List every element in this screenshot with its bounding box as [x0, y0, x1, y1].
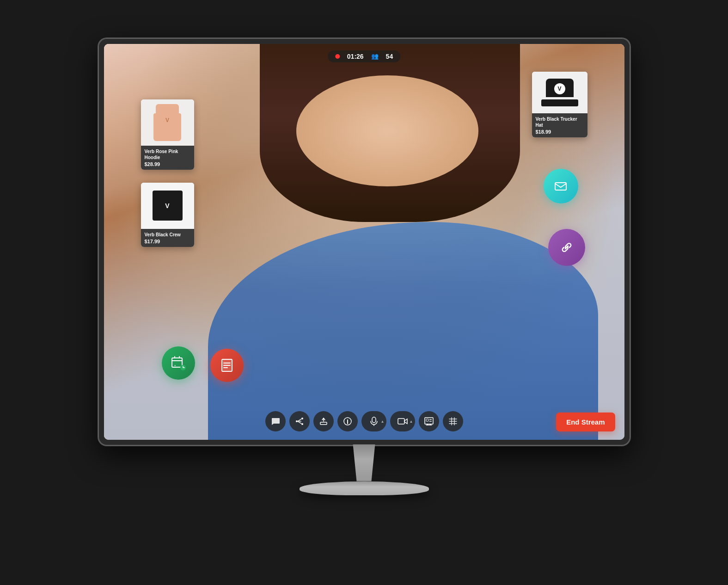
viewers-count: 54: [386, 53, 393, 60]
svg-rect-2: [172, 358, 182, 367]
info-button[interactable]: [337, 411, 358, 431]
svg-point-6: [301, 418, 303, 419]
product-price: $28.99: [145, 161, 190, 167]
product-card-hat[interactable]: V Verb Black Trucker Hat $18.99: [532, 72, 587, 137]
product-image-area: V: [532, 72, 587, 113]
upload-button[interactable]: [313, 411, 334, 431]
chat-button[interactable]: [265, 411, 286, 431]
monitor-neck: [346, 444, 383, 481]
calendar-action-button[interactable]: +: [162, 346, 195, 380]
grid-button[interactable]: [443, 411, 463, 431]
mic-button[interactable]: ▲: [361, 411, 386, 431]
svg-rect-14: [426, 419, 428, 421]
product-image-area: V: [141, 99, 194, 146]
camera-button[interactable]: ▲: [390, 411, 415, 431]
monitor-bezel: 01:26 👥 54 V Verb Rose Pink Hoodie: [104, 44, 624, 440]
product-price: $18.99: [536, 129, 584, 135]
share-button[interactable]: [289, 411, 310, 431]
stream-toolbar: ▲ ▲: [265, 411, 463, 431]
svg-point-7: [296, 420, 298, 422]
camera-chevron-icon: ▲: [410, 419, 413, 423]
monitor-body: 01:26 👥 54 V Verb Rose Pink Hoodie: [98, 38, 630, 445]
email-action-button[interactable]: [544, 169, 578, 203]
notes-action-button[interactable]: [210, 349, 244, 382]
product-card-hoodie[interactable]: V Verb Rose Pink Hoodie $28.99: [141, 99, 194, 170]
svg-text:+: +: [174, 364, 176, 367]
product-price: $17.99: [145, 239, 190, 244]
monitor-container: 01:26 👥 54 V Verb Rose Pink Hoodie: [87, 38, 642, 547]
product-info: Verb Black Trucker Hat $18.99: [532, 113, 587, 137]
link-action-button[interactable]: [548, 229, 585, 266]
live-indicator-dot: [335, 54, 340, 59]
svg-point-8: [301, 423, 303, 425]
product-info: Verb Rose Pink Hoodie $28.99: [141, 146, 194, 170]
tshirt-icon: V: [153, 191, 183, 221]
product-card-tshirt[interactable]: V Verb Black Crew $17.99: [141, 183, 194, 247]
svg-text:V: V: [165, 202, 170, 209]
svg-rect-12: [398, 419, 404, 424]
svg-rect-11: [372, 417, 376, 423]
product-info: Verb Black Crew $17.99: [141, 229, 194, 247]
viewers-icon: 👥: [371, 53, 379, 60]
screen: 01:26 👥 54 V Verb Rose Pink Hoodie: [104, 44, 624, 440]
settings-button[interactable]: [419, 411, 439, 431]
stream-timer: 01:26: [347, 53, 364, 60]
end-stream-button[interactable]: End Stream: [556, 413, 615, 431]
svg-rect-9: [320, 422, 327, 425]
svg-rect-15: [429, 419, 432, 420]
hat-icon: V: [541, 79, 578, 106]
hoodie-icon: V: [151, 104, 184, 141]
monitor-base: [300, 481, 429, 495]
product-image-area: V: [141, 183, 194, 229]
svg-rect-16: [429, 421, 432, 422]
svg-rect-1: [555, 183, 566, 190]
product-name: Verb Black Trucker Hat: [536, 116, 584, 128]
mic-chevron-icon: ▲: [381, 419, 385, 423]
product-name: Verb Rose Pink Hoodie: [145, 148, 190, 160]
product-name: Verb Black Crew: [145, 232, 190, 238]
stream-status-bar: 01:26 👥 54: [328, 50, 400, 62]
